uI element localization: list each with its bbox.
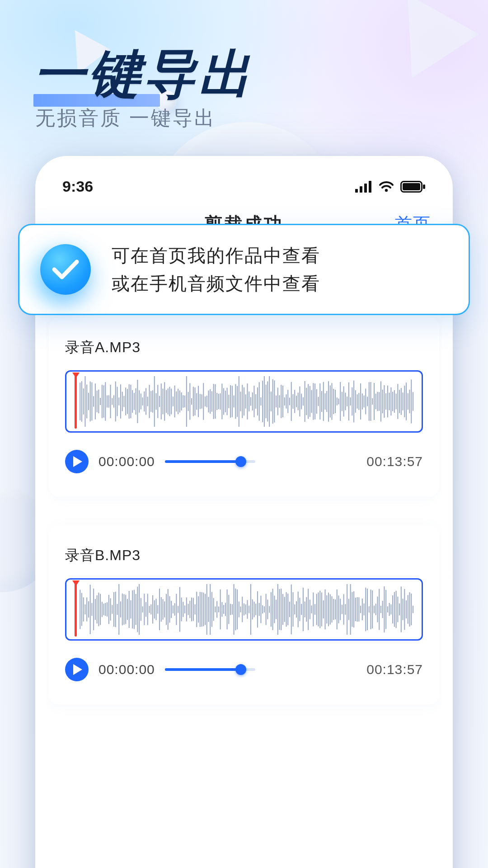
success-callout: 可在首页我的作品中查看 或在手机音频文件中查看 [18, 224, 470, 315]
play-button[interactable] [65, 658, 89, 681]
wifi-icon [379, 181, 394, 193]
hero-headline: 一键导出 [33, 40, 254, 109]
svg-rect-3 [369, 181, 371, 193]
waveform-icon [77, 375, 415, 428]
status-bar: 9:36 [46, 178, 442, 200]
success-message: 可在首页我的作品中查看 或在手机音频文件中查看 [112, 241, 448, 297]
audio-card: 录音B.MP3 00:00:00 00:13:57 [49, 525, 439, 705]
battery-icon [400, 181, 426, 193]
duration-time: 00:13:57 [366, 662, 423, 677]
svg-rect-0 [355, 189, 358, 193]
svg-point-4 [385, 189, 388, 191]
audio-controls: 00:00:00 00:13:57 [65, 658, 423, 681]
audio-controls: 00:00:00 00:13:57 [65, 450, 423, 473]
seek-fill [165, 460, 242, 463]
play-icon [73, 664, 82, 675]
audio-filename: 录音A.MP3 [65, 338, 423, 358]
current-time: 00:00:00 [99, 662, 155, 677]
seek-knob[interactable] [235, 456, 246, 467]
waveform-playhead[interactable] [75, 582, 77, 637]
status-indicators [355, 181, 426, 193]
duration-time: 00:13:57 [366, 454, 423, 469]
phone-content: 录音A.MP3 00:00:00 00:13:57 录音B.MP3 [46, 317, 442, 868]
svg-rect-1 [360, 186, 362, 193]
svg-rect-6 [403, 183, 420, 190]
svg-rect-2 [364, 184, 367, 193]
svg-rect-7 [423, 184, 425, 189]
seek-fill [165, 668, 242, 671]
audio-card: 录音A.MP3 00:00:00 00:13:57 [49, 317, 439, 497]
play-icon [73, 456, 82, 467]
cellular-signal-icon [355, 181, 372, 193]
audio-filename: 录音B.MP3 [65, 546, 423, 566]
waveform-icon [77, 583, 415, 636]
success-line-1: 可在首页我的作品中查看 [112, 241, 448, 269]
hero-title: 一键导出 [33, 40, 254, 109]
seek-bar[interactable] [165, 668, 255, 671]
seek-knob[interactable] [235, 664, 246, 675]
waveform-container[interactable] [65, 370, 423, 433]
current-time: 00:00:00 [99, 454, 155, 469]
waveform-container[interactable] [65, 578, 423, 641]
status-time: 9:36 [62, 178, 93, 195]
success-line-2: 或在手机音频文件中查看 [112, 269, 448, 297]
deco-triangle-large [375, 0, 483, 86]
play-button[interactable] [65, 450, 89, 473]
waveform-playhead[interactable] [75, 374, 77, 429]
checkmark-icon [40, 244, 91, 295]
seek-bar[interactable] [165, 460, 255, 463]
